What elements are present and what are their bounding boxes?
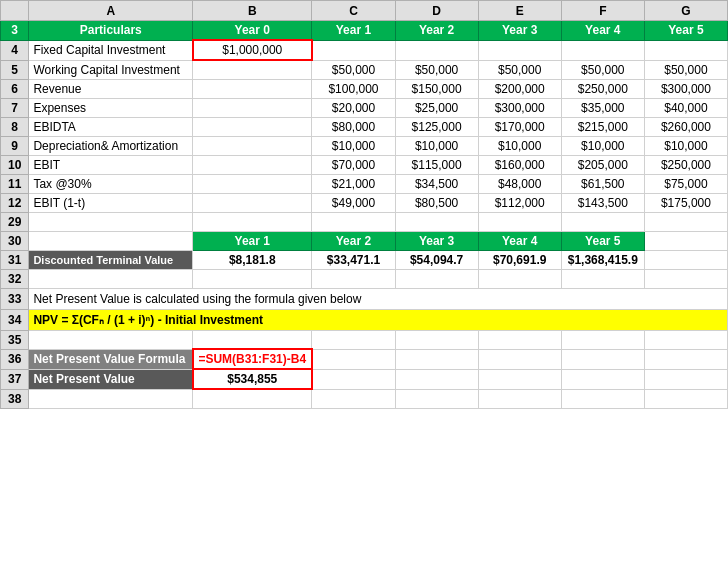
revenue-b	[193, 79, 312, 98]
ebit-f: $205,000	[561, 155, 644, 174]
expenses-c: $20,000	[312, 98, 395, 117]
ebit-label: EBIT	[29, 155, 193, 174]
row-num-30: 30	[1, 231, 29, 250]
dtv-year4: $70,691.9	[478, 250, 561, 269]
dtv-year1: $8,181.8	[193, 250, 312, 269]
particulars-header: Particulars	[29, 21, 193, 41]
tax-e: $48,000	[478, 174, 561, 193]
working-capital-d: $50,000	[395, 60, 478, 79]
ebidta-label: EBIDTA	[29, 117, 193, 136]
row-num-8: 8	[1, 117, 29, 136]
npv-formula-value: =SUM(B31:F31)-B4	[193, 349, 312, 369]
bottom-year3-header: Year 3	[395, 231, 478, 250]
table-row: 10 EBIT $70,000 $115,000 $160,000 $205,0…	[1, 155, 728, 174]
empty-row-29: 29	[1, 212, 728, 231]
year3-header: Year 3	[478, 21, 561, 41]
expenses-d: $25,000	[395, 98, 478, 117]
expenses-f: $35,000	[561, 98, 644, 117]
expenses-label: Expenses	[29, 98, 193, 117]
row-num-7: 7	[1, 98, 29, 117]
corner-cell	[1, 1, 29, 21]
table-row: 5 Working Capital Investment $50,000 $50…	[1, 60, 728, 79]
revenue-f: $250,000	[561, 79, 644, 98]
npv-formula-label: Net Present Value Formula	[29, 349, 193, 369]
row-num-10: 10	[1, 155, 29, 174]
fixed-capital-value: $1,000,000	[193, 40, 312, 60]
table-row: 12 EBIT (1-t) $49,000 $80,500 $112,000 $…	[1, 193, 728, 212]
fixed-capital-g	[644, 40, 727, 60]
fixed-capital-c	[312, 40, 395, 60]
ebidta-d: $125,000	[395, 117, 478, 136]
year4-header: Year 4	[561, 21, 644, 41]
year0-header: Year 0	[193, 21, 312, 41]
npv-value: $534,855	[193, 369, 312, 389]
ebit1t-b	[193, 193, 312, 212]
dtv-year5: $1,368,415.9	[561, 250, 644, 269]
year1-header: Year 1	[312, 21, 395, 41]
working-capital-label: Working Capital Investment	[29, 60, 193, 79]
col-f-header: F	[561, 1, 644, 21]
tax-b	[193, 174, 312, 193]
ebit1t-e: $112,000	[478, 193, 561, 212]
row-num-32: 32	[1, 269, 29, 288]
row-num-12: 12	[1, 193, 29, 212]
revenue-g: $300,000	[644, 79, 727, 98]
working-capital-g: $50,000	[644, 60, 727, 79]
revenue-label: Revenue	[29, 79, 193, 98]
dtv-year2: $33,471.1	[312, 250, 395, 269]
ebidta-g: $260,000	[644, 117, 727, 136]
row-num-34: 34	[1, 309, 29, 330]
tax-f: $61,500	[561, 174, 644, 193]
tax-label: Tax @30%	[29, 174, 193, 193]
fixed-capital-e	[478, 40, 561, 60]
row-num-11: 11	[1, 174, 29, 193]
row-num-6: 6	[1, 79, 29, 98]
bottom-year2-header: Year 2	[312, 231, 395, 250]
depreciation-label: Depreciation& Amortization	[29, 136, 193, 155]
dtv-year3: $54,094.7	[395, 250, 478, 269]
bottom-table-a30	[29, 231, 193, 250]
ebidta-b	[193, 117, 312, 136]
year2-header: Year 2	[395, 21, 478, 41]
empty-row-32: 32	[1, 269, 728, 288]
revenue-c: $100,000	[312, 79, 395, 98]
table-row: 7 Expenses $20,000 $25,000 $300,000 $35,…	[1, 98, 728, 117]
fixed-capital-d	[395, 40, 478, 60]
ebit1t-d: $80,500	[395, 193, 478, 212]
expenses-g: $40,000	[644, 98, 727, 117]
revenue-e: $200,000	[478, 79, 561, 98]
fixed-capital-f	[561, 40, 644, 60]
npv-value-row: 37 Net Present Value $534,855	[1, 369, 728, 389]
table-row: 3 Particulars Year 0 Year 1 Year 2 Year …	[1, 21, 728, 41]
depreciation-g: $10,000	[644, 136, 727, 155]
col-c-header: C	[312, 1, 395, 21]
tax-g: $75,000	[644, 174, 727, 193]
working-capital-e: $50,000	[478, 60, 561, 79]
depreciation-d: $10,000	[395, 136, 478, 155]
working-capital-f: $50,000	[561, 60, 644, 79]
row-num-38: 38	[1, 389, 29, 408]
row-num-36: 36	[1, 349, 29, 369]
formula-display-row: 34 NPV = Σ(CFₙ / (1 + i)ⁿ) - Initial Inv…	[1, 309, 728, 330]
column-header-row: A B C D E F G	[1, 1, 728, 21]
depreciation-c: $10,000	[312, 136, 395, 155]
ebit-g: $250,000	[644, 155, 727, 174]
expenses-e: $300,000	[478, 98, 561, 117]
depreciation-b	[193, 136, 312, 155]
col-a-header: A	[29, 1, 193, 21]
depreciation-f: $10,000	[561, 136, 644, 155]
row-num-4: 4	[1, 40, 29, 60]
spreadsheet: A B C D E F G 3 Particulars Year 0 Year …	[0, 0, 728, 409]
working-capital-c: $50,000	[312, 60, 395, 79]
col-g-header: G	[644, 1, 727, 21]
ebidta-f: $215,000	[561, 117, 644, 136]
working-capital-b	[193, 60, 312, 79]
empty-row-35: 35	[1, 330, 728, 349]
ebidta-e: $170,000	[478, 117, 561, 136]
row-num-3: 3	[1, 21, 29, 41]
ebit-b	[193, 155, 312, 174]
ebit1t-c: $49,000	[312, 193, 395, 212]
npv-formula-display: NPV = Σ(CFₙ / (1 + i)ⁿ) - Initial Invest…	[29, 309, 728, 330]
row-num-29: 29	[1, 212, 29, 231]
ebit1t-g: $175,000	[644, 193, 727, 212]
